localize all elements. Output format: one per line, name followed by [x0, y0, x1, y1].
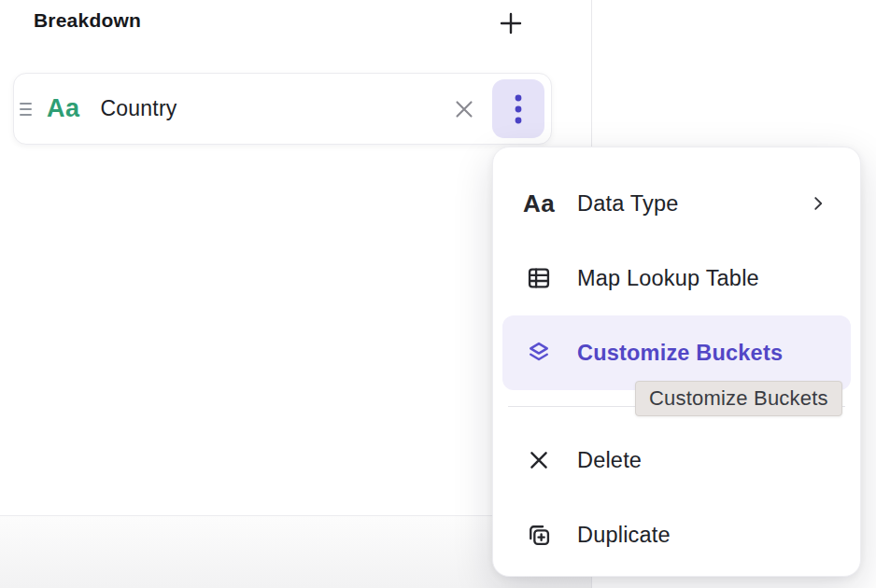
- field-context-menu: Aa Data Type Map Lookup Table: [492, 147, 861, 577]
- menu-item-label: Data Type: [577, 191, 679, 217]
- field-menu-button[interactable]: [492, 79, 544, 138]
- duplicate-copy-icon: [525, 522, 553, 548]
- menu-item-label: Delete: [577, 448, 642, 473]
- field-name-label: Country: [101, 96, 177, 121]
- menu-item-delete[interactable]: Delete: [502, 423, 851, 497]
- breakdown-panel: Breakdown Aa Country: [0, 0, 876, 588]
- breakdown-field-chip[interactable]: Aa Country: [13, 73, 552, 145]
- menu-item-map-lookup-table[interactable]: Map Lookup Table: [502, 241, 851, 315]
- buckets-stack-icon: [525, 340, 553, 366]
- close-icon: [450, 95, 478, 123]
- menu-item-label: Customize Buckets: [577, 341, 783, 366]
- plus-icon: [496, 8, 526, 38]
- field-type-badge: Aa: [47, 94, 80, 123]
- x-delete-icon: [525, 447, 553, 473]
- page-title: Breakdown: [34, 9, 141, 32]
- menu-item-customize-buckets[interactable]: Customize Buckets: [502, 315, 851, 390]
- customize-buckets-tooltip: Customize Buckets: [635, 381, 842, 416]
- table-icon: [525, 265, 553, 291]
- menu-item-label: Duplicate: [577, 523, 671, 548]
- remove-field-button[interactable]: [445, 91, 483, 128]
- menu-item-duplicate[interactable]: Duplicate: [502, 497, 851, 572]
- panel-header: Breakdown: [0, 0, 591, 52]
- drag-handle-icon[interactable]: [20, 97, 40, 121]
- chevron-right-icon: [808, 193, 828, 214]
- menu-item-data-type[interactable]: Aa Data Type: [502, 166, 851, 241]
- menu-item-label: Map Lookup Table: [577, 266, 759, 291]
- kebab-menu-icon: [514, 93, 523, 125]
- text-type-icon: Aa: [525, 189, 553, 218]
- add-breakdown-button[interactable]: [491, 4, 530, 43]
